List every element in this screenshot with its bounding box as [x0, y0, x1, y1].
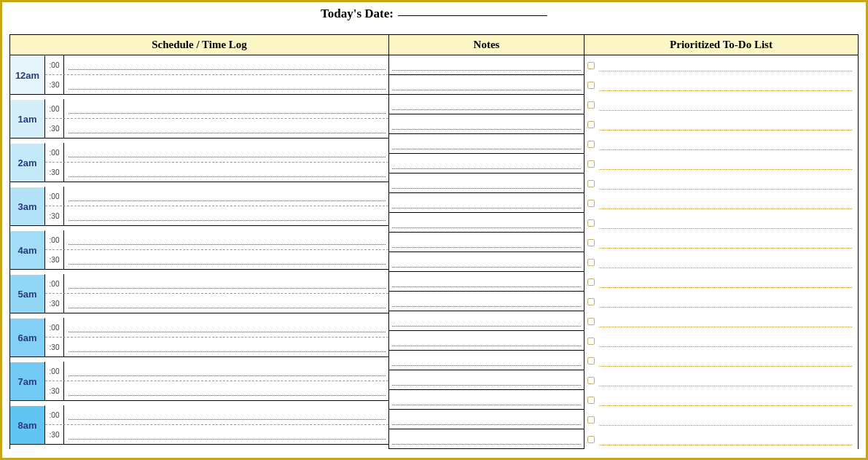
todo-line[interactable]: [584, 390, 858, 410]
schedule-slot[interactable]: :00: [45, 274, 388, 294]
schedule-slot[interactable]: :30: [45, 250, 388, 269]
checkbox-icon[interactable]: [587, 219, 595, 227]
schedule-slot[interactable]: :00: [45, 187, 388, 206]
checkbox-icon[interactable]: [587, 180, 595, 187]
todo-entry-line[interactable]: [599, 233, 852, 252]
todo-entry-line[interactable]: [599, 410, 852, 429]
checkbox-icon[interactable]: [587, 338, 595, 345]
todo-line[interactable]: [584, 233, 858, 252]
checkbox-icon[interactable]: [587, 121, 595, 128]
schedule-slot[interactable]: :30: [45, 425, 388, 444]
note-line[interactable]: [389, 75, 584, 95]
schedule-slot[interactable]: :00: [45, 230, 388, 250]
checkbox-icon[interactable]: [587, 278, 595, 286]
schedule-entry-line[interactable]: [64, 163, 388, 182]
checkbox-icon[interactable]: [587, 160, 595, 168]
note-line[interactable]: [389, 292, 584, 311]
schedule-entry-line[interactable]: [64, 405, 388, 424]
todo-line[interactable]: [584, 370, 858, 390]
checkbox-icon[interactable]: [587, 357, 595, 365]
todo-entry-line[interactable]: [599, 311, 852, 331]
checkbox-icon[interactable]: [587, 416, 595, 424]
todo-entry-line[interactable]: [599, 390, 852, 410]
checkbox-icon[interactable]: [587, 82, 595, 89]
note-line[interactable]: [389, 213, 584, 233]
schedule-entry-line[interactable]: [64, 206, 388, 225]
todo-line[interactable]: [584, 311, 858, 331]
schedule-entry-line[interactable]: [64, 274, 388, 293]
note-line[interactable]: [389, 174, 584, 193]
note-line[interactable]: [389, 410, 584, 429]
schedule-slot[interactable]: :00: [45, 143, 388, 163]
note-line[interactable]: [389, 154, 584, 174]
todo-line[interactable]: [584, 410, 858, 429]
checkbox-icon[interactable]: [587, 62, 595, 69]
note-line[interactable]: [389, 114, 584, 134]
todo-entry-line[interactable]: [599, 134, 852, 154]
schedule-entry-line[interactable]: [64, 425, 388, 444]
checkbox-icon[interactable]: [587, 239, 595, 246]
schedule-entry-line[interactable]: [64, 143, 388, 162]
todo-entry-line[interactable]: [599, 75, 852, 95]
schedule-slot[interactable]: :00: [45, 405, 388, 425]
note-line[interactable]: [389, 55, 584, 75]
todo-line[interactable]: [584, 292, 858, 311]
todo-line[interactable]: [584, 429, 858, 449]
note-line[interactable]: [389, 390, 584, 410]
schedule-entry-line[interactable]: [64, 250, 388, 269]
todo-entry-line[interactable]: [599, 292, 852, 311]
todo-entry-line[interactable]: [599, 193, 852, 213]
todo-entry-line[interactable]: [599, 154, 852, 174]
schedule-slot[interactable]: :30: [45, 75, 388, 94]
todo-entry-line[interactable]: [599, 429, 852, 449]
checkbox-icon[interactable]: [587, 101, 595, 109]
schedule-entry-line[interactable]: [64, 187, 388, 206]
schedule-slot[interactable]: :30: [45, 206, 388, 225]
note-line[interactable]: [389, 429, 584, 449]
schedule-entry-line[interactable]: [64, 119, 388, 138]
todo-entry-line[interactable]: [599, 95, 852, 114]
todo-entry-line[interactable]: [599, 351, 852, 370]
note-line[interactable]: [389, 272, 584, 292]
todo-line[interactable]: [584, 351, 858, 370]
schedule-slot[interactable]: :30: [45, 163, 388, 182]
schedule-slot[interactable]: :30: [45, 381, 388, 400]
schedule-slot[interactable]: :30: [45, 119, 388, 138]
schedule-entry-line[interactable]: [64, 99, 388, 118]
todo-entry-line[interactable]: [599, 114, 852, 134]
schedule-slot[interactable]: :00: [45, 318, 388, 338]
schedule-entry-line[interactable]: [64, 381, 388, 400]
schedule-entry-line[interactable]: [64, 362, 388, 381]
schedule-entry-line[interactable]: [64, 338, 388, 356]
note-line[interactable]: [389, 252, 584, 272]
todo-entry-line[interactable]: [599, 331, 852, 351]
todo-line[interactable]: [584, 193, 858, 213]
todo-line[interactable]: [584, 174, 858, 193]
note-line[interactable]: [389, 134, 584, 154]
todo-entry-line[interactable]: [599, 272, 852, 292]
note-line[interactable]: [389, 95, 584, 114]
schedule-slot[interactable]: :00: [45, 99, 388, 119]
todo-line[interactable]: [584, 272, 858, 292]
checkbox-icon[interactable]: [587, 200, 595, 207]
todo-line[interactable]: [584, 95, 858, 114]
checkbox-icon[interactable]: [587, 141, 595, 148]
todo-line[interactable]: [584, 134, 858, 154]
schedule-entry-line[interactable]: [64, 230, 388, 249]
schedule-slot[interactable]: :00: [45, 55, 388, 75]
checkbox-icon[interactable]: [587, 377, 595, 384]
note-line[interactable]: [389, 351, 584, 370]
todo-entry-line[interactable]: [599, 252, 852, 272]
todo-line[interactable]: [584, 331, 858, 351]
todo-entry-line[interactable]: [599, 213, 852, 233]
note-line[interactable]: [389, 370, 584, 390]
todo-entry-line[interactable]: [599, 55, 852, 75]
checkbox-icon[interactable]: [587, 298, 595, 305]
todo-entry-line[interactable]: [599, 370, 852, 390]
todo-line[interactable]: [584, 252, 858, 272]
todo-entry-line[interactable]: [599, 174, 852, 193]
todo-line[interactable]: [584, 114, 858, 134]
date-input-line[interactable]: [398, 15, 547, 16]
schedule-slot[interactable]: :00: [45, 362, 388, 381]
checkbox-icon[interactable]: [587, 259, 595, 266]
